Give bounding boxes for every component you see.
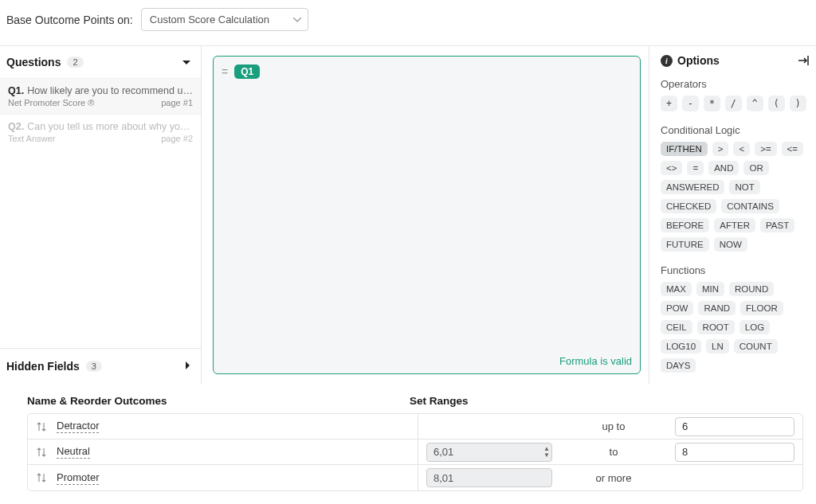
options-panel: i Options Operators +-*/^() Conditional … bbox=[649, 46, 816, 384]
conditional-section: Conditional Logic IF/THEN><>=<=<>=ANDORA… bbox=[661, 124, 810, 252]
range-label-ormore: or more bbox=[557, 472, 670, 484]
chip-[interactable]: / bbox=[725, 96, 742, 111]
chip-[interactable]: - bbox=[682, 96, 699, 111]
chip-round[interactable]: ROUND bbox=[729, 282, 774, 296]
chip-[interactable]: <> bbox=[661, 161, 682, 175]
hidden-fields-header[interactable]: Hidden Fields 3 bbox=[0, 348, 201, 384]
hidden-fields-count-badge: 3 bbox=[86, 361, 102, 372]
questions-title: Questions bbox=[6, 56, 61, 68]
chip-[interactable]: ) bbox=[790, 96, 806, 111]
formula-status: Formula is valid bbox=[559, 355, 632, 367]
stepper-icon[interactable]: ▲▼ bbox=[543, 444, 550, 460]
chip-log10[interactable]: LOG10 bbox=[661, 339, 701, 354]
question-type: Text Answer bbox=[8, 134, 55, 143]
equals-icon: = bbox=[222, 65, 228, 78]
chip-past[interactable]: PAST bbox=[760, 218, 794, 232]
chip-[interactable]: ( bbox=[768, 96, 785, 111]
question-page: page #2 bbox=[161, 134, 193, 143]
hidden-fields-title: Hidden Fields bbox=[6, 360, 80, 373]
questions-header[interactable]: Questions 2 bbox=[0, 46, 201, 78]
chip-ceil[interactable]: CEIL bbox=[661, 320, 692, 334]
outcome-row-neutral: Neutral ▲▼ to bbox=[28, 440, 802, 465]
conditional-title: Conditional Logic bbox=[661, 124, 810, 136]
question-item-q1[interactable]: Q1. How likely are you to recommend us t… bbox=[0, 78, 201, 114]
range-to-input[interactable] bbox=[675, 443, 794, 462]
chip-contains[interactable]: CONTAINS bbox=[721, 199, 779, 213]
chip-and[interactable]: AND bbox=[708, 161, 739, 175]
chip-[interactable]: * bbox=[704, 96, 720, 111]
question-title: Can you tell us more about why you chos.… bbox=[27, 121, 193, 132]
operators-title: Operators bbox=[661, 78, 810, 90]
chip-min[interactable]: MIN bbox=[696, 282, 724, 296]
chip-checked[interactable]: CHECKED bbox=[661, 199, 716, 213]
operators-section: Operators +-*/^() bbox=[661, 78, 810, 111]
question-page: page #1 bbox=[161, 98, 193, 107]
chip-answered[interactable]: ANSWERED bbox=[661, 180, 724, 194]
outcome-name[interactable]: Neutral bbox=[57, 445, 90, 459]
base-points-select[interactable]: Custom Score Calculation bbox=[141, 8, 308, 31]
outcome-row-promoter: Promoter or more bbox=[28, 465, 802, 490]
chip-[interactable]: >= bbox=[755, 142, 776, 156]
chip-[interactable]: = bbox=[687, 161, 704, 175]
chip-max[interactable]: MAX bbox=[661, 282, 692, 296]
outcomes-col2-header: Set Ranges bbox=[410, 395, 803, 407]
range-from-input[interactable] bbox=[426, 468, 552, 487]
range-label-to: to bbox=[557, 446, 670, 458]
header-bar: Base Outcome Points on: Custom Score Cal… bbox=[0, 0, 816, 46]
chip-future[interactable]: FUTURE bbox=[661, 237, 709, 252]
chip-[interactable]: > bbox=[712, 142, 729, 156]
chip-[interactable]: <= bbox=[782, 142, 803, 156]
chip-pow[interactable]: POW bbox=[661, 301, 693, 315]
base-points-label: Base Outcome Points on: bbox=[6, 14, 133, 26]
reorder-icon[interactable] bbox=[36, 473, 47, 483]
formula-token-q1[interactable]: Q1 bbox=[234, 64, 260, 79]
outcomes-area: Name & Reorder Outcomes Set Ranges Detra… bbox=[0, 384, 816, 491]
chip-not[interactable]: NOT bbox=[729, 180, 759, 194]
outcomes-table: Detractor up to Neutral ▲▼ bbox=[27, 413, 803, 491]
chip-rand[interactable]: RAND bbox=[698, 301, 736, 315]
questions-count-badge: 2 bbox=[67, 57, 83, 68]
chip-after[interactable]: AFTER bbox=[714, 218, 755, 232]
chevron-down-icon[interactable] bbox=[182, 56, 191, 68]
chip-now[interactable]: NOW bbox=[714, 237, 747, 252]
chip-ln[interactable]: LN bbox=[706, 339, 729, 354]
outcome-name[interactable]: Promoter bbox=[57, 471, 99, 485]
formula-panel: = Q1 Formula is valid bbox=[202, 46, 649, 384]
functions-title: Functions bbox=[661, 264, 810, 276]
formula-editor[interactable]: = Q1 Formula is valid bbox=[213, 56, 641, 374]
functions-section: Functions MAXMINROUNDPOWRANDFLOORCEILROO… bbox=[661, 264, 810, 373]
options-title: Options bbox=[677, 54, 720, 67]
chip-[interactable]: + bbox=[661, 96, 677, 111]
question-item-q2[interactable]: Q2. Can you tell us more about why you c… bbox=[0, 114, 201, 150]
chip-[interactable]: < bbox=[733, 142, 750, 156]
range-to-input[interactable] bbox=[675, 417, 794, 436]
question-type: Net Promoter Score ® bbox=[8, 98, 94, 107]
range-from-input[interactable] bbox=[426, 443, 552, 462]
reorder-icon[interactable] bbox=[36, 422, 47, 432]
chip-root[interactable]: ROOT bbox=[697, 320, 735, 334]
question-title: How likely are you to recommend us to a … bbox=[27, 85, 193, 96]
chip-count[interactable]: COUNT bbox=[734, 339, 778, 354]
info-icon: i bbox=[661, 55, 673, 67]
chip-days[interactable]: DAYS bbox=[661, 358, 696, 373]
chip-or[interactable]: OR bbox=[743, 161, 768, 175]
range-label-upto: up to bbox=[557, 420, 670, 432]
questions-panel: Questions 2 Q1. How likely are you to re… bbox=[0, 46, 202, 384]
chip-if-then[interactable]: IF/THEN bbox=[661, 142, 708, 156]
reorder-icon[interactable] bbox=[36, 447, 47, 457]
main-area: Questions 2 Q1. How likely are you to re… bbox=[0, 46, 816, 384]
question-number: Q2. bbox=[8, 121, 24, 132]
outcome-name[interactable]: Detractor bbox=[57, 420, 99, 433]
chip-floor[interactable]: FLOOR bbox=[740, 301, 783, 315]
chip-[interactable]: ^ bbox=[747, 96, 763, 111]
chip-before[interactable]: BEFORE bbox=[661, 218, 709, 232]
expand-panel-icon[interactable] bbox=[797, 55, 810, 66]
chevron-right-icon[interactable] bbox=[185, 360, 191, 373]
chip-log[interactable]: LOG bbox=[740, 320, 770, 334]
outcomes-col1-header: Name & Reorder Outcomes bbox=[27, 395, 410, 407]
question-number: Q1. bbox=[8, 85, 24, 96]
outcome-row-detractor: Detractor up to bbox=[28, 414, 802, 440]
